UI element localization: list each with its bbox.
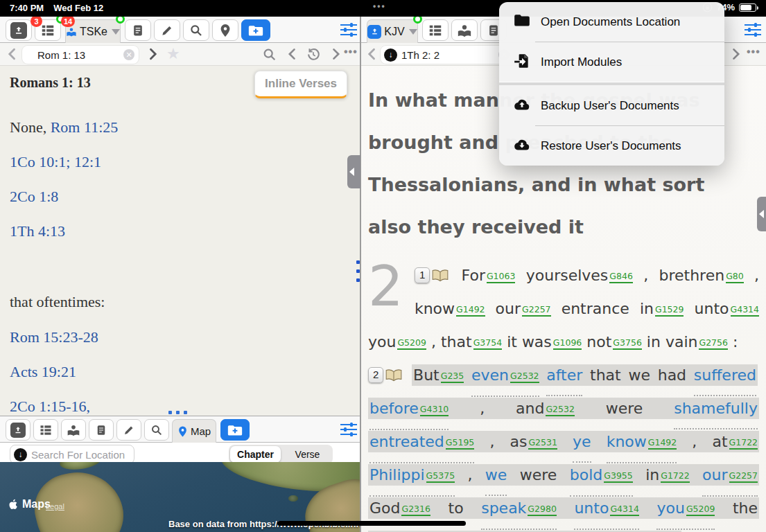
verse-word-link[interactable]: youG5209 <box>656 492 715 530</box>
strongs-number-link[interactable]: G2316 <box>401 504 430 516</box>
menu-item-open-documents-location[interactable]: Open Documents Location <box>499 2 724 42</box>
settings-sliders-button[interactable] <box>744 22 762 37</box>
verse-word-link[interactable]: after <box>546 359 582 396</box>
verse-number-button[interactable]: 2 <box>368 367 383 383</box>
menu-item-backup-user-s-documents[interactable]: Backup User's Documents <box>499 86 724 125</box>
strongs-number-link[interactable]: G1492 <box>648 437 677 450</box>
strongs-number-link[interactable]: G2257 <box>729 470 758 483</box>
strongs-number-link[interactable]: G1722 <box>661 470 690 483</box>
tab-commentary[interactable] <box>61 419 86 441</box>
clear-icon[interactable]: ✕ <box>123 49 134 60</box>
bookmark-star-icon[interactable]: ★ <box>166 45 180 63</box>
strongs-number-link[interactable]: G4314 <box>610 504 639 516</box>
strongs-number-link[interactable]: G2756 <box>699 337 728 350</box>
history-forward-button[interactable] <box>729 47 742 61</box>
more-options-button[interactable]: ••• <box>344 46 358 58</box>
reference-field[interactable]: Rom 1: 13 ✕ <box>22 46 139 64</box>
verse-word-link[interactable]: suffered <box>694 359 756 396</box>
verse-word-link[interactable]: speakG2980 <box>481 492 557 530</box>
add-tab-button[interactable] <box>220 419 250 441</box>
verse-word-link[interactable]: gospelG2098 <box>369 525 450 532</box>
menu-item-import-modules[interactable]: Import Modules <box>499 42 724 82</box>
verse-book-icon[interactable] <box>383 366 404 384</box>
pane-divider[interactable] <box>360 17 361 532</box>
segment-verse[interactable]: Verse <box>282 445 333 464</box>
strongs-number-link[interactable]: G5209 <box>397 337 426 350</box>
crossref-link[interactable]: Acts 19:21 <box>10 363 76 380</box>
strongs-number-link[interactable]: G2531 <box>528 437 557 450</box>
location-search-field[interactable]: ↓ Search For Location <box>10 445 134 464</box>
add-tab-button[interactable] <box>241 19 270 41</box>
home-indicator[interactable] <box>277 521 466 526</box>
tab-map-active[interactable]: Map <box>172 419 216 443</box>
verse-word-link[interactable]: boldG3955 <box>570 459 633 497</box>
crossref-link[interactable]: Rom 11:25 <box>51 118 119 136</box>
tab-bible-module[interactable] <box>6 419 31 441</box>
tab-search[interactable] <box>183 19 209 41</box>
pane-resize-grip-horizontal[interactable] <box>168 411 187 414</box>
tab-dictionary[interactable] <box>89 419 114 441</box>
pane-resize-grip-vertical[interactable] <box>356 260 360 287</box>
verse-number-button[interactable]: 1 <box>415 267 430 283</box>
history-icon[interactable] <box>306 47 321 62</box>
reference-field[interactable]: ↓ 1Th 2: 2 ✕ <box>381 46 514 64</box>
tab-search[interactable] <box>144 419 169 441</box>
next-chapter-button[interactable] <box>146 47 159 61</box>
strongs-number-link[interactable]: G5195 <box>446 437 475 450</box>
crossref-link[interactable]: 1Co 10:1; 12:1 <box>10 153 101 170</box>
strongs-number-link[interactable]: G4310 <box>420 404 449 416</box>
strongs-number-link[interactable]: G235 <box>441 371 464 383</box>
tab-dictionary[interactable] <box>125 19 151 41</box>
tab-map[interactable] <box>212 19 238 41</box>
strongs-number-link[interactable]: G1063 <box>487 271 516 283</box>
history-back-button[interactable] <box>286 47 299 61</box>
strongs-number-link[interactable]: G1096 <box>553 337 582 350</box>
tab-commentary[interactable] <box>451 19 478 41</box>
verse-word-link[interactable]: ye <box>573 425 591 463</box>
tab-notes[interactable] <box>154 19 180 41</box>
verse-word-link[interactable]: beforeG4310 <box>369 392 449 430</box>
tab-tske-active[interactable]: 14 TSKe <box>65 19 121 43</box>
right-drawer-handle[interactable] <box>757 197 766 231</box>
verse-word-link[interactable]: PhilippiG5375 <box>369 459 455 497</box>
more-options-button[interactable]: ••• <box>747 46 760 58</box>
verse-word-link[interactable]: we <box>485 459 507 496</box>
strongs-number-link[interactable]: G2257 <box>522 304 551 317</box>
strongs-number-link[interactable]: G5375 <box>426 470 455 483</box>
tab-bible-module[interactable] <box>6 19 32 41</box>
verse-word-link[interactable]: evenG2532 <box>471 359 539 397</box>
tab-kjv-active[interactable]: KJV <box>367 19 418 43</box>
tab-module-list[interactable]: 3 <box>35 19 61 41</box>
verse-book-icon[interactable] <box>430 267 451 284</box>
verse-word-link[interactable]: shamefully <box>674 392 758 429</box>
inline-verses-button[interactable]: Inline Verses <box>254 71 347 98</box>
crossref-link[interactable]: Rom 15:23-28 <box>10 328 98 346</box>
search-button[interactable] <box>262 47 277 62</box>
strongs-number-link[interactable]: G846 <box>609 271 633 283</box>
strongs-number-link[interactable]: G1722 <box>729 437 758 450</box>
history-forward-button[interactable] <box>329 47 342 61</box>
strongs-number-link[interactable]: G4314 <box>731 304 760 317</box>
settings-sliders-button[interactable] <box>340 22 358 37</box>
tab-module-list[interactable] <box>422 19 449 41</box>
crossref-link[interactable]: 2Co 1:8 <box>10 188 58 205</box>
menu-item-restore-user-s-documents[interactable]: Restore User's Documents <box>499 126 724 166</box>
prev-chapter-button[interactable] <box>6 47 19 61</box>
strongs-number-link[interactable]: G3756 <box>613 337 642 350</box>
tab-module-list[interactable] <box>33 419 58 441</box>
verse-word-link[interactable]: muchG4183 <box>607 525 680 532</box>
strongs-number-link[interactable]: G3754 <box>473 337 503 350</box>
verse-word-link[interactable]: untoG4314 <box>574 492 638 530</box>
strongs-number-link[interactable]: G1529 <box>655 304 684 317</box>
crossref-link[interactable]: 2Co 1:15-16, <box>10 398 90 415</box>
verse-word-link[interactable]: knowG1492 <box>607 425 677 463</box>
settings-sliders-button[interactable] <box>340 422 358 437</box>
crossref-link[interactable]: 1Th 4:13 <box>10 222 65 240</box>
verse-word-link[interactable]: ourG2257 <box>702 459 758 497</box>
tab-notes[interactable] <box>116 419 141 441</box>
strongs-number-link[interactable]: G5209 <box>686 504 715 516</box>
strongs-number-link[interactable]: G2980 <box>528 504 557 516</box>
legal-link[interactable]: Legal <box>46 502 64 511</box>
left-drawer-handle[interactable] <box>347 155 360 188</box>
strongs-number-link[interactable]: G3955 <box>604 470 633 483</box>
